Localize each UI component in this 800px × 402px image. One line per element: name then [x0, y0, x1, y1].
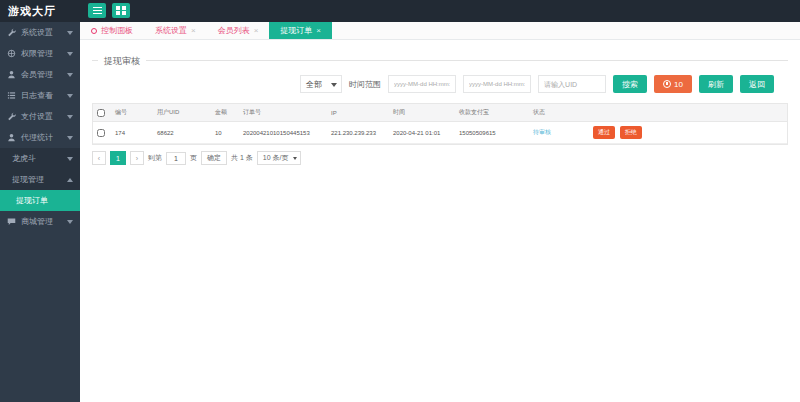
- orders-table: 编号 用户UID 金额 订单号 IP 时间 收款支付宝 状态 174 68622…: [92, 103, 788, 145]
- col-header-amount: 金额: [211, 104, 239, 121]
- table-header-row: 编号 用户UID 金额 订单号 IP 时间 收款支付宝 状态: [93, 104, 787, 122]
- sidebar-item-label: 商城管理: [21, 216, 53, 227]
- sidebar-item-withdraw-management[interactable]: 提现管理: [0, 169, 80, 190]
- next-page-button[interactable]: [130, 151, 144, 165]
- chevron-down-icon: [331, 83, 337, 87]
- sidebar-item-members[interactable]: 会员管理: [0, 64, 80, 85]
- sidebar-item-label: 支付设置: [21, 111, 53, 122]
- chevron-down-icon: [67, 94, 73, 98]
- table-row: 174 68622 10 20200421010150445153 221.23…: [93, 122, 787, 144]
- dashboard-dot-icon: [91, 28, 97, 34]
- page-unit-label: 页: [190, 153, 197, 163]
- close-icon[interactable]: [254, 27, 259, 35]
- time-range-label: 时间范围: [349, 79, 381, 90]
- globe-icon: [7, 49, 17, 59]
- cell-actions: 通过 拒绝: [589, 122, 787, 143]
- user-icon: [7, 133, 17, 143]
- tab-label: 会员列表: [218, 25, 250, 36]
- tab-withdraw-orders[interactable]: 提现订单: [269, 22, 332, 39]
- back-button[interactable]: 返回: [740, 75, 774, 93]
- wrench-icon: [7, 112, 17, 122]
- uid-search-input[interactable]: [538, 75, 606, 93]
- topbar: 游戏大厅: [0, 0, 800, 22]
- status-select[interactable]: 全部: [300, 75, 342, 93]
- expand-icon: [116, 6, 126, 15]
- sidebar-item-system-settings[interactable]: 系统设置: [0, 22, 80, 43]
- cell-uid: 68622: [153, 126, 211, 140]
- select-all-checkbox[interactable]: [97, 109, 105, 117]
- chevron-down-icon: [67, 31, 73, 35]
- sidebar-item-agent-stats[interactable]: 代理统计: [0, 127, 80, 148]
- tab-label: 控制面板: [101, 25, 133, 36]
- sidebar-item-label: 系统设置: [21, 27, 53, 38]
- close-icon[interactable]: [316, 27, 321, 35]
- col-header-time: 时间: [389, 104, 455, 121]
- cell-time: 2020-04-21 01:01: [389, 126, 455, 140]
- auto-refresh-countdown-button[interactable]: 10: [654, 75, 692, 93]
- content-panel: 提现审核 全部 时间范围 搜索 10 刷新 返回 编号 用: [80, 60, 800, 165]
- sidebar-item-label: 提现订单: [16, 195, 48, 206]
- chevron-down-icon: [293, 157, 297, 160]
- page-size-value: 10 条/页: [263, 153, 289, 163]
- tab-dashboard[interactable]: 控制面板: [80, 22, 144, 39]
- tab-bar: 控制面板 系统设置 会员列表 提现订单: [80, 22, 800, 40]
- search-button[interactable]: 搜索: [613, 75, 647, 93]
- current-page-button[interactable]: 1: [110, 151, 126, 165]
- wrench-icon: [7, 28, 17, 38]
- sidebar-item-label: 权限管理: [21, 48, 53, 59]
- main-area: 控制面板 系统设置 会员列表 提现订单 提现审核 全部 时间范围: [80, 22, 800, 402]
- chevron-down-icon: [67, 73, 73, 77]
- col-header-alipay: 收款支付宝: [455, 104, 529, 121]
- sidebar-toggle-button[interactable]: [88, 3, 106, 18]
- refresh-button[interactable]: 刷新: [699, 75, 733, 93]
- countdown-value: 10: [674, 80, 683, 89]
- sidebar-item-label: 龙虎斗: [12, 153, 36, 164]
- sidebar-item-longhudou[interactable]: 龙虎斗: [0, 148, 80, 169]
- topbar-buttons: [88, 3, 130, 18]
- cell-order: 20200421010150445153: [239, 126, 327, 140]
- sidebar-item-logs[interactable]: 日志查看: [0, 85, 80, 106]
- col-header-actions: [589, 109, 787, 117]
- approve-button[interactable]: 通过: [593, 126, 615, 139]
- menu-icon: [93, 7, 102, 15]
- tab-label: 提现订单: [280, 25, 312, 36]
- goto-page-input[interactable]: [166, 152, 186, 165]
- tab-system-settings[interactable]: 系统设置: [144, 22, 207, 39]
- close-icon[interactable]: [191, 27, 196, 35]
- reject-button[interactable]: 拒绝: [620, 126, 642, 139]
- tab-member-list[interactable]: 会员列表: [207, 22, 270, 39]
- goto-label: 到第: [148, 153, 162, 163]
- prev-page-button[interactable]: [92, 151, 106, 165]
- cell-amount: 10: [211, 126, 239, 140]
- fullscreen-button[interactable]: [112, 3, 130, 18]
- sidebar-item-withdraw-orders[interactable]: 提现订单: [0, 190, 80, 211]
- total-count-label: 共 1 条: [231, 153, 253, 163]
- date-from-input[interactable]: [388, 75, 456, 93]
- sidebar: 系统设置 权限管理 会员管理 日志查看 支付设置 代理统计 龙虎斗 提现管理 提…: [0, 22, 80, 402]
- sidebar-item-payment-settings[interactable]: 支付设置: [0, 106, 80, 127]
- page-size-select[interactable]: 10 条/页: [257, 151, 302, 165]
- date-to-input[interactable]: [463, 75, 531, 93]
- col-header-uid: 用户UID: [153, 104, 211, 121]
- sidebar-item-label: 日志查看: [21, 90, 53, 101]
- chevron-down-icon: [67, 157, 73, 161]
- chevron-down-icon: [67, 220, 73, 224]
- pagination: 1 到第 页 确定 共 1 条 10 条/页: [92, 151, 788, 165]
- sidebar-item-mall-management[interactable]: 商城管理: [0, 211, 80, 232]
- sidebar-item-label: 提现管理: [12, 174, 44, 185]
- sidebar-item-permissions[interactable]: 权限管理: [0, 43, 80, 64]
- tab-label: 系统设置: [155, 25, 187, 36]
- chevron-down-icon: [67, 136, 73, 140]
- timer-icon: [663, 80, 671, 88]
- cell-id: 174: [111, 126, 153, 140]
- cell-alipay: 15050509615: [455, 126, 529, 140]
- cell-ip: 221.230.239.233: [327, 126, 389, 140]
- goto-confirm-button[interactable]: 确定: [201, 151, 227, 165]
- chevron-down-icon: [67, 52, 73, 56]
- fieldset-divider: 提现审核: [92, 60, 788, 61]
- app-title: 游戏大厅: [8, 4, 56, 19]
- row-checkbox[interactable]: [97, 129, 105, 137]
- chat-icon: [7, 217, 17, 227]
- status-select-value: 全部: [306, 79, 322, 90]
- col-header-status: 状态: [529, 104, 589, 121]
